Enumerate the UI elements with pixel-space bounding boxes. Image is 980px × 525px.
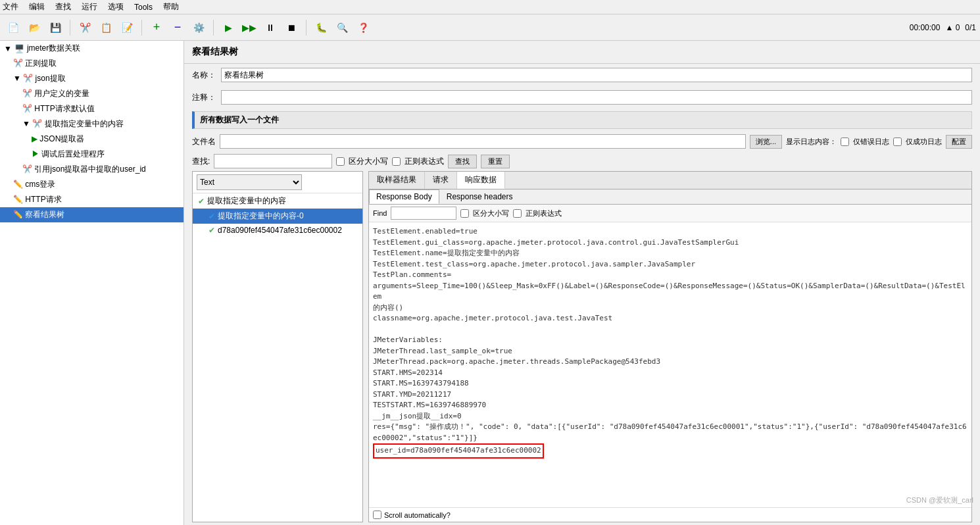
response-body: TestElement.enabled=true TestElement.gui… [369, 222, 971, 507]
tree-item-jmeter[interactable]: ▼ 🖥️ jmeter数据关联 [0, 41, 184, 56]
menu-help[interactable]: 帮助 [163, 1, 179, 12]
find-button[interactable]: 查找 [448, 155, 477, 168]
cut-btn[interactable]: ✂️ [76, 18, 94, 37]
warning-display: ▲ 0 [945, 23, 960, 32]
search-input[interactable] [214, 154, 332, 168]
find-case-check[interactable] [460, 209, 469, 218]
copy-btn[interactable]: 📋 [97, 18, 115, 37]
tab-response-data[interactable]: 响应数据 [457, 172, 505, 189]
expand2-icon: ▼ [22, 119, 30, 128]
tab-sampler-result[interactable]: 取样器结果 [369, 172, 425, 189]
tree-item-http-req[interactable]: ✏️ HTTP请求 [0, 192, 184, 207]
comment-row: 注释： [184, 86, 980, 109]
tree-parent-item[interactable]: ✔ 提取指定变量中的内容 [193, 193, 362, 209]
tree-item-extract-content[interactable]: ▼ ✂️ 提取指定变量中的内容 [0, 116, 184, 132]
paste-btn[interactable]: 📝 [118, 18, 136, 37]
tree-child-item-0[interactable]: ✔ 提取指定变量中的内容-0 [193, 209, 362, 224]
stop-btn[interactable]: ⏹ [282, 18, 301, 37]
tree-label: 调试后置处理程序 [41, 149, 105, 159]
tree-item-cms-login[interactable]: ✏️ cms登录 [0, 177, 184, 192]
search-row: 查找: 区分大小写 正则表达式 查找 重置 [184, 151, 980, 171]
name-label: 名称： [192, 70, 216, 81]
comment-label: 注释： [192, 92, 216, 103]
view-icon: ✏️ [13, 210, 23, 219]
log-label: 显示日志内容： [786, 137, 837, 147]
settings-btn[interactable]: ⚙️ [189, 18, 208, 37]
toolbar: 📄 📂 💾 ✂️ 📋 📝 + − ⚙️ ▶ ▶▶ ⏸ ⏹ 🐛 🔍 ❓ 00:00… [0, 14, 980, 41]
tree-child-label-0: 提取指定变量中的内容-0 [218, 211, 304, 222]
file-input[interactable] [220, 134, 746, 149]
tree-item-json-extractor[interactable]: ▶ JSON提取器 [0, 132, 184, 147]
find-regex-check[interactable] [513, 209, 522, 218]
extract-icon: ✂️ [32, 119, 42, 128]
green-check2-icon: ✔ [208, 226, 215, 235]
regex-label: 正则表达式 [404, 156, 444, 167]
body-tab-response-body[interactable]: Response Body [369, 189, 439, 204]
remove-btn[interactable]: − [168, 18, 187, 37]
menu-file[interactable]: 文件 [3, 1, 18, 12]
find-case-label: 区分大小写 [473, 209, 509, 218]
tree-section-header: Text [193, 172, 362, 193]
name-input[interactable] [221, 68, 972, 82]
content-area: Text ✔ 提取指定变量中的内容 ✔ 提取指定变量中的内容-0 ✔ d78a0… [184, 171, 980, 525]
case-label: 区分大小写 [349, 156, 388, 167]
name-row: 名称： [184, 64, 980, 86]
result-section: 取样器结果 请求 响应数据 Response Body Response hea… [368, 171, 972, 522]
success-log-label: 仅成功日志 [906, 137, 942, 147]
help-tb-btn[interactable]: ❓ [354, 18, 372, 37]
debug-post-icon: ▶ [32, 149, 39, 159]
tree-label: JSON提取器 [39, 134, 84, 143]
menu-find[interactable]: 查找 [55, 1, 71, 12]
regex-checkbox[interactable] [392, 157, 401, 166]
comment-input[interactable] [221, 90, 972, 105]
cms-icon: ✏️ [13, 180, 23, 189]
tree-item-json[interactable]: ▼ ✂️ json提取 [0, 71, 184, 86]
new-btn[interactable]: 📄 [4, 18, 22, 37]
file-row: 文件名 浏览... 显示日志内容： 仅错误日志 仅成功日志 配置 [184, 132, 980, 151]
tree-label: 用户定义的变量 [34, 89, 89, 98]
toolbar-right: 00:00:00 ▲ 0 0/1 [910, 23, 976, 32]
debug-btn[interactable]: 🐛 [312, 18, 330, 37]
play-all-btn[interactable]: ▶▶ [240, 18, 258, 37]
search-tb-btn[interactable]: 🔍 [333, 18, 351, 37]
scroll-auto-check[interactable] [373, 511, 381, 519]
tree-item-ref-userid[interactable]: ✂️ 引用json提取器中提取的user_id [0, 162, 184, 177]
add-btn[interactable]: + [147, 18, 166, 37]
menu-options[interactable]: 选项 [108, 1, 124, 12]
find-input[interactable] [391, 207, 456, 220]
success-log-check[interactable] [893, 138, 902, 146]
menu-tools[interactable]: Tools [134, 3, 153, 12]
error-log-check[interactable] [841, 138, 849, 146]
left-panel: ▼ 🖥️ jmeter数据关联 ✂️ 正则提取 ▼ ✂️ json提取 ✂️ 用… [0, 41, 184, 525]
open-btn[interactable]: 📂 [25, 18, 43, 37]
tree-label: HTTP请求默认值 [34, 104, 94, 113]
play-btn[interactable]: ▶ [219, 18, 237, 37]
find-regex-label: 正则表达式 [526, 209, 562, 218]
search-label: 查找: [192, 156, 210, 167]
tree-label: 提取指定变量中的内容 [45, 119, 124, 128]
result-tabs: 取样器结果 请求 响应数据 [369, 172, 971, 189]
case-checkbox[interactable] [336, 157, 345, 166]
tree-item-regex[interactable]: ✂️ 正则提取 [0, 56, 184, 71]
format-dropdown[interactable]: Text [197, 174, 302, 190]
timer-display: 00:00:00 [910, 23, 941, 32]
browse-button[interactable]: 浏览... [750, 135, 782, 149]
tree-item-view-results[interactable]: ✏️ 察看结果树 [0, 207, 184, 222]
ref-icon: ✂️ [22, 164, 32, 174]
sep1 [70, 20, 70, 36]
main-layout: ▼ 🖥️ jmeter数据关联 ✂️ 正则提取 ▼ ✂️ json提取 ✂️ 用… [0, 41, 980, 525]
tree-item-debug-post[interactable]: ▶ 调试后置处理程序 [0, 147, 184, 162]
error-log-label: 仅错误日志 [853, 137, 889, 147]
config-button[interactable]: 配置 [946, 135, 972, 149]
tree-item-http-default[interactable]: ✂️ HTTP请求默认值 [0, 101, 184, 116]
tree-item-user-vars[interactable]: ✂️ 用户定义的变量 [0, 86, 184, 101]
tab-request[interactable]: 请求 [425, 172, 457, 189]
reset-button[interactable]: 重置 [481, 155, 510, 168]
right-panel: 察看结果树 名称： 注释： 所有数据写入一个文件 文件名 浏览... 显示日志内… [184, 41, 980, 525]
pause-btn[interactable]: ⏸ [261, 18, 280, 37]
tree-child-item-1[interactable]: ✔ d78a090fef454047afe31c6ec00002 [193, 224, 362, 237]
body-tab-response-headers[interactable]: Response headers [439, 189, 520, 204]
save-btn[interactable]: 💾 [46, 18, 64, 37]
menu-edit[interactable]: 编辑 [29, 1, 45, 12]
menu-run[interactable]: 运行 [82, 1, 97, 12]
